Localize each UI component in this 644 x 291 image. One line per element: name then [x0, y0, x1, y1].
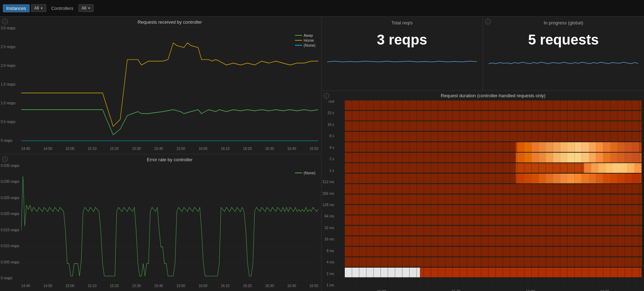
chart1-legend: Away Home (None): [295, 33, 315, 48]
chart1-svg: [21, 26, 318, 143]
heatmap-x-labels: 15:00 15:30 16:00 16:30: [344, 290, 642, 291]
svg-rect-32: [345, 205, 642, 215]
svg-rect-33: [345, 215, 642, 225]
chart2-svg: [21, 164, 318, 280]
chart2-legend: (None): [295, 171, 315, 176]
svg-rect-101: [539, 142, 546, 152]
svg-rect-130: [625, 153, 632, 163]
chart1-title: Requests received by controller: [21, 19, 318, 25]
left-panel: i Requests received by controller 3.0 re…: [0, 17, 321, 291]
svg-rect-114: [632, 142, 639, 152]
svg-rect-18: [345, 111, 642, 121]
sparkline2-svg: [489, 51, 638, 72]
svg-rect-30: [345, 184, 642, 194]
total-reqps-title: Total req/s: [327, 20, 477, 25]
legend-away: Away: [295, 33, 315, 37]
info-icon-chart1[interactable]: i: [2, 19, 8, 24]
svg-rect-21: [345, 142, 516, 152]
svg-rect-136: [613, 163, 620, 173]
svg-rect-102: [546, 142, 553, 152]
svg-rect-20: [345, 132, 642, 142]
svg-rect-113: [625, 142, 632, 152]
svg-rect-145: [553, 174, 560, 184]
chart1-y-axis: 3.0 reqps 2.5 reqps 2.0 reqps 1.5 reqps …: [1, 26, 16, 143]
svg-rect-112: [618, 142, 625, 152]
in-progress-value: 5 requests: [489, 32, 638, 48]
svg-rect-25: [345, 163, 516, 173]
svg-rect-118: [539, 153, 546, 163]
svg-rect-126: [596, 153, 603, 163]
svg-rect-38: [345, 268, 420, 278]
svg-rect-115: [517, 153, 524, 163]
svg-rect-31: [345, 194, 642, 204]
svg-rect-119: [546, 153, 553, 163]
svg-rect-139: [634, 163, 642, 173]
svg-rect-154: [618, 174, 625, 184]
info-icon-stat2[interactable]: i: [485, 19, 491, 24]
svg-rect-121: [560, 153, 567, 163]
main-content: i Requests received by controller 3.0 re…: [0, 17, 644, 291]
svg-rect-122: [567, 153, 574, 163]
svg-rect-28: [345, 174, 516, 184]
instances-tab[interactable]: Instances: [3, 4, 30, 12]
svg-rect-141: [524, 174, 531, 184]
svg-rect-152: [603, 174, 610, 184]
svg-rect-125: [589, 153, 596, 163]
svg-rect-135: [605, 163, 613, 173]
info-icon-heatmap[interactable]: i: [324, 93, 329, 99]
info-icon-chart2[interactable]: i: [2, 156, 8, 162]
heatmap-panel: i Request duration (controller-handled r…: [321, 91, 644, 291]
svg-rect-134: [598, 163, 605, 173]
chart2-title: Error rate by controller: [21, 157, 318, 162]
svg-rect-100: [531, 142, 538, 152]
svg-rect-109: [596, 142, 603, 152]
svg-rect-111: [610, 142, 618, 152]
in-progress-sparkline: [489, 51, 638, 87]
svg-rect-143: [539, 174, 546, 184]
svg-rect-39: [420, 268, 642, 278]
chart2-x-axis: 14:40 14:50 15:00 15:10 15:20 15:30 15:4…: [21, 284, 318, 288]
svg-rect-120: [553, 153, 560, 163]
svg-rect-99: [524, 142, 531, 152]
in-progress-card: i In progress (global) 5 requests: [483, 17, 644, 91]
svg-rect-129: [618, 153, 625, 163]
svg-rect-147: [567, 174, 574, 184]
sparkline1-svg: [327, 51, 477, 72]
svg-rect-19: [345, 121, 642, 131]
svg-rect-148: [574, 174, 581, 184]
svg-rect-23: [345, 153, 516, 163]
svg-rect-36: [345, 247, 642, 257]
svg-rect-116: [524, 153, 531, 163]
chart1-area: 3.0 reqps 2.5 reqps 2.0 reqps 1.5 reqps …: [21, 26, 318, 143]
in-progress-title: In progress (global): [489, 20, 638, 25]
svg-rect-127: [603, 153, 610, 163]
total-reqps-value: 3 reqps: [327, 32, 477, 48]
controllers-dropdown[interactable]: All: [78, 4, 94, 12]
instances-dropdown[interactable]: All: [31, 4, 46, 12]
right-panel: Total req/s 3 reqps i In progress (globa…: [321, 17, 644, 291]
svg-rect-103: [553, 142, 560, 152]
svg-rect-128: [610, 153, 618, 163]
legend-none: (None): [295, 43, 315, 47]
stats-row: Total req/s 3 reqps i In progress (globa…: [321, 17, 644, 91]
svg-rect-156: [632, 174, 639, 184]
svg-rect-123: [574, 153, 581, 163]
svg-rect-34: [345, 226, 642, 236]
svg-rect-26: [516, 163, 584, 173]
svg-rect-140: [517, 174, 524, 184]
svg-rect-132: [584, 163, 591, 173]
svg-rect-105: [567, 142, 574, 152]
total-reqps-card: Total req/s 3 reqps: [321, 17, 483, 91]
svg-rect-107: [582, 142, 589, 152]
svg-rect-138: [627, 163, 634, 173]
svg-rect-37: [345, 257, 642, 267]
controllers-tab[interactable]: Controllers: [48, 4, 77, 12]
total-reqps-sparkline: [327, 51, 477, 87]
svg-rect-149: [582, 174, 589, 184]
top-bar: Instances All Controllers All: [0, 0, 644, 17]
svg-rect-124: [582, 153, 589, 163]
svg-rect-142: [531, 174, 538, 184]
chart1-x-axis: 14:40 14:50 15:00 15:10 15:20 15:30 15:4…: [21, 147, 318, 151]
heatmap-svg: /* This won't execute in SVG context, so…: [344, 100, 642, 287]
requests-chart-panel: i Requests received by controller 3.0 re…: [0, 17, 321, 154]
